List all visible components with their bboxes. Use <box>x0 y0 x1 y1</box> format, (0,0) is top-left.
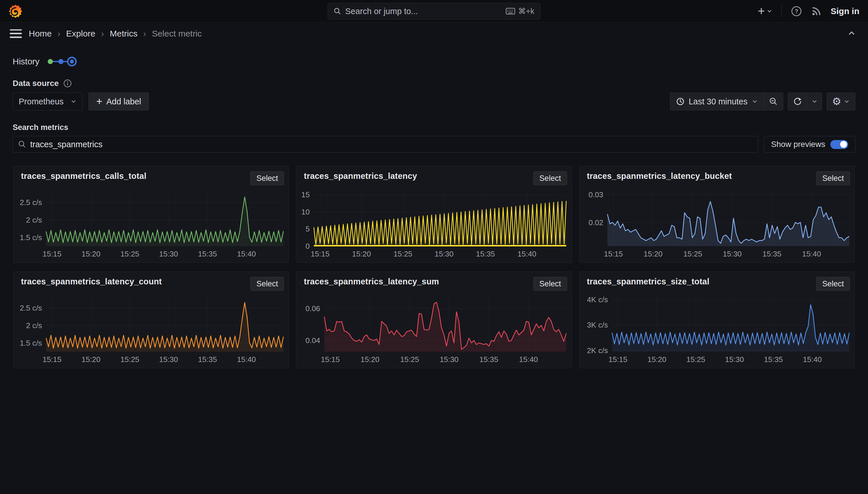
rss-icon <box>811 6 822 16</box>
x-tick-label: 15:40 <box>237 355 256 364</box>
history-step-current-dot <box>70 59 74 63</box>
metrics-grid: traces_spanmetrics_calls_totalSelect15:1… <box>13 166 855 368</box>
search-icon <box>18 140 26 148</box>
x-tick-label: 15:30 <box>440 355 459 364</box>
y-tick-label: 15 <box>301 191 310 199</box>
select-button-size_total[interactable]: Select <box>816 277 850 291</box>
settings-button[interactable]: ⚙ <box>827 93 855 110</box>
add-label-button[interactable]: + Add label <box>88 93 149 110</box>
history-step-green-dot <box>48 59 53 64</box>
x-tick-label: 15:15 <box>311 250 330 258</box>
panel-title: traces_spanmetrics_size_total <box>587 277 710 286</box>
panel-header: traces_spanmetrics_size_totalSelect <box>579 272 854 291</box>
refresh-button[interactable] <box>788 93 807 110</box>
x-tick-label: 15:20 <box>644 250 663 258</box>
metric-panel-calls_total: traces_spanmetrics_calls_totalSelect15:1… <box>13 166 289 263</box>
select-button-calls_total[interactable]: Select <box>250 171 284 185</box>
chart-latency: 15:1515:2015:2515:3015:3515:40051015 <box>296 186 571 259</box>
datasource-controls: Prometheus + Add label <box>13 93 149 110</box>
metric-panel-size_total: traces_spanmetrics_size_totalSelect15:15… <box>579 271 855 368</box>
search-metrics-input-wrap <box>13 136 758 153</box>
menu-toggle-icon[interactable] <box>10 29 22 38</box>
x-tick-label: 15:30 <box>725 355 744 364</box>
plus-icon: + <box>757 5 765 17</box>
chart-latency_bucket: 15:1515:2015:2515:3015:3515:400.020.03 <box>579 186 854 259</box>
select-button-latency_sum[interactable]: Select <box>533 277 567 291</box>
search-metrics-input[interactable] <box>30 140 753 149</box>
chevron-down-icon <box>844 98 850 104</box>
chevron-down-icon <box>767 8 772 14</box>
sign-in-button[interactable]: Sign in <box>831 6 860 16</box>
x-tick-label: 15:25 <box>683 250 702 258</box>
show-previews-control: Show previews <box>764 136 855 153</box>
keyboard-icon <box>506 7 515 15</box>
breadcrumb-explore[interactable]: Explore <box>66 29 95 39</box>
select-button-latency_bucket[interactable]: Select <box>816 171 850 185</box>
panel-header: traces_spanmetrics_latency_bucketSelect <box>579 166 854 185</box>
x-tick-label: 15:30 <box>435 250 454 258</box>
breadcrumb-metrics[interactable]: Metrics <box>110 29 138 39</box>
breadcrumb-home[interactable]: Home <box>29 29 52 39</box>
shortcut-text: ⌘+k <box>518 6 534 16</box>
datasource-label: Data source <box>13 79 59 88</box>
top-right-actions: + ? Sign in <box>757 5 860 18</box>
x-tick-label: 15:15 <box>609 355 627 364</box>
history-label: History <box>13 57 39 66</box>
grafana-logo[interactable] <box>8 4 22 18</box>
search-metrics-section: Search metrics Show previews <box>13 123 855 153</box>
collapse-toolbar-button[interactable] <box>847 29 856 39</box>
x-tick-label: 15:15 <box>42 355 61 364</box>
x-tick-label: 15:20 <box>82 355 101 364</box>
x-tick-label: 15:40 <box>519 355 538 364</box>
breadcrumb-separator: › <box>58 29 60 39</box>
y-tick-label: 2.5 c/s <box>20 304 42 312</box>
y-tick-label: 0.03 <box>588 190 603 199</box>
x-tick-label: 15:20 <box>361 355 380 364</box>
y-tick-label: 2K c/s <box>587 346 608 355</box>
chevron-down-icon <box>71 98 77 104</box>
x-tick-label: 15:40 <box>803 355 822 364</box>
history-timeline[interactable] <box>47 56 78 67</box>
x-tick-label: 15:35 <box>764 355 783 364</box>
x-tick-label: 15:35 <box>479 355 498 364</box>
metric-panel-latency: traces_spanmetrics_latencySelect15:1515:… <box>296 166 572 263</box>
panel-header: traces_spanmetrics_latencySelect <box>296 166 571 185</box>
add-new-button[interactable]: + <box>757 5 772 17</box>
datasource-picker[interactable]: Prometheus <box>13 93 83 110</box>
select-button-latency[interactable]: Select <box>533 171 567 185</box>
y-tick-label: 3K c/s <box>587 321 608 329</box>
x-tick-label: 15:25 <box>686 355 705 364</box>
y-tick-label: 1.5 c/s <box>20 233 42 242</box>
show-previews-label: Show previews <box>771 140 825 149</box>
metric-panel-latency_count: traces_spanmetrics_latency_countSelect15… <box>13 271 289 368</box>
info-icon[interactable] <box>63 79 72 88</box>
x-tick-label: 15:40 <box>518 250 537 258</box>
y-tick-label: 4K c/s <box>587 295 608 304</box>
y-tick-label: 5 <box>305 225 310 233</box>
history-step-blue-dot <box>58 59 63 64</box>
x-tick-label: 15:20 <box>82 250 101 258</box>
gear-icon: ⚙ <box>832 96 841 107</box>
select-button-latency_count[interactable]: Select <box>250 277 284 291</box>
news-button[interactable] <box>811 6 822 16</box>
search-shortcut: ⌘+k <box>506 6 534 16</box>
zoom-out-time-button[interactable] <box>764 93 783 110</box>
time-range-picker[interactable]: Last 30 minutes <box>670 93 764 110</box>
chart-latency_count: 15:1515:2015:2515:3015:3515:401.5 c/s2 c… <box>14 292 289 365</box>
x-tick-label: 15:35 <box>198 355 217 364</box>
panel-title: traces_spanmetrics_latency_bucket <box>587 171 732 181</box>
x-tick-label: 15:30 <box>159 355 178 364</box>
help-button[interactable]: ? <box>791 6 802 17</box>
show-previews-toggle[interactable] <box>830 140 848 149</box>
refresh-interval-dropdown[interactable] <box>807 93 822 110</box>
global-search-box[interactable]: Search or jump to... ⌘+k <box>328 3 540 20</box>
panel-header: traces_spanmetrics_latency_countSelect <box>14 272 289 291</box>
breadcrumb-select-metric: Select metric <box>152 29 201 39</box>
breadcrumb-separator: › <box>143 29 146 39</box>
chart-latency_sum: 15:1515:2015:2515:3015:3515:400.040.06 <box>296 292 571 365</box>
refresh-icon <box>793 97 802 106</box>
top-nav-bar: Search or jump to... ⌘+k + ? <box>0 0 868 22</box>
y-tick-label: 0.04 <box>305 336 320 345</box>
x-tick-label: 15:25 <box>393 250 412 258</box>
x-tick-label: 15:35 <box>198 250 217 258</box>
